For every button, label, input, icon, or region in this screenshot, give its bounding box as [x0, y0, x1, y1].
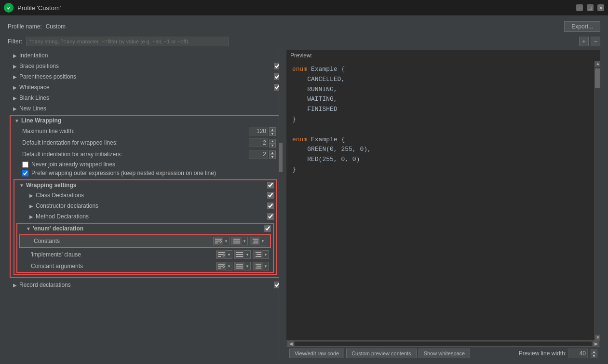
constants-wrap-dropdown[interactable]: ▼: [213, 237, 230, 245]
left-scrollbar[interactable]: [279, 50, 283, 360]
svg-rect-20: [218, 266, 223, 267]
preview-line-width-input[interactable]: [568, 349, 588, 358]
align-icon: [235, 250, 244, 259]
filter-remove-icon[interactable]: −: [591, 37, 600, 46]
chevron-right-icon: ▶: [28, 213, 35, 220]
minimize-btn[interactable]: ─: [576, 4, 583, 11]
wrapping-settings-check[interactable]: [267, 182, 274, 189]
filter-add-icon[interactable]: +: [579, 37, 589, 46]
impl-indent-arrow[interactable]: ▼: [263, 250, 269, 259]
implements-align-dropdown[interactable]: ▼: [234, 250, 251, 259]
chevron-right-icon: ▶: [12, 84, 18, 91]
svg-rect-8: [254, 241, 258, 242]
svg-rect-2: [215, 241, 220, 242]
array-indent-up[interactable]: ▲: [269, 150, 276, 155]
array-indent-down[interactable]: ▼: [269, 155, 276, 159]
preview-width-down[interactable]: ▼: [591, 354, 597, 358]
left-scroll-area[interactable]: ▶ Indentation ▶ Brace positions ▶ Parent…: [8, 50, 283, 360]
window-controls[interactable]: ─ □ ✕: [576, 4, 604, 11]
svg-rect-15: [236, 256, 243, 257]
constant-args-label: Constant arguments: [31, 263, 216, 270]
impl-wrap-arrow[interactable]: ▼: [226, 250, 232, 259]
sidebar-item-new-lines[interactable]: ▶ New Lines: [8, 103, 283, 114]
method-declarations-check[interactable]: [267, 213, 274, 220]
constructor-declarations-check[interactable]: [267, 202, 274, 209]
constructor-declarations-item[interactable]: ▶ Constructor declarations: [14, 201, 276, 211]
svg-rect-1: [215, 239, 222, 240]
wrapping-settings-header[interactable]: ▼ Wrapping settings: [14, 180, 276, 190]
sidebar-item-whitespace[interactable]: ▶ Whitespace: [8, 82, 283, 93]
line-wrapping-header[interactable]: ▼ Line Wrapping: [11, 116, 280, 125]
const-args-align-dropdown[interactable]: ▼: [234, 262, 251, 270]
ca-indent-arrow[interactable]: ▼: [263, 262, 269, 270]
sidebar-item-parentheses-positions[interactable]: ▶ Parentheses positions: [8, 71, 283, 82]
class-declarations-check[interactable]: [267, 192, 274, 199]
constants-align-dropdown[interactable]: ▼: [231, 237, 248, 245]
default-indent-down[interactable]: ▼: [269, 143, 276, 148]
array-indent-input[interactable]: [249, 150, 268, 159]
enum-declaration-header[interactable]: ▼ 'enum' declaration: [17, 224, 273, 233]
svg-rect-13: [236, 252, 243, 253]
indent-dropdown-arrow[interactable]: ▼: [260, 237, 266, 245]
wrap-dropdown-arrow[interactable]: ▼: [223, 237, 229, 245]
right-scrollbar[interactable]: ▲ ▼: [594, 61, 600, 340]
constants-indent-dropdown[interactable]: ▼: [250, 237, 266, 245]
implements-wrap-dropdown[interactable]: ▼: [216, 250, 232, 259]
ca-align-arrow[interactable]: ▼: [244, 262, 250, 270]
whitespace-label: Whitespace: [19, 84, 272, 91]
array-indent-spinner[interactable]: ▲ ▼: [269, 150, 276, 158]
svg-point-0: [6, 5, 12, 11]
default-indent-input[interactable]: [249, 138, 268, 147]
implements-indent-dropdown[interactable]: ▼: [253, 250, 269, 259]
view-raw-button[interactable]: View/edit raw code: [289, 349, 344, 358]
export-button[interactable]: Export...: [564, 21, 600, 32]
const-args-wrap-dropdown[interactable]: ▼: [216, 262, 232, 270]
prefer-wrap-check[interactable]: [22, 170, 28, 176]
class-declarations-label: Class Declarations: [36, 192, 265, 199]
align-icon: [235, 262, 244, 270]
custom-preview-button[interactable]: Custom preview contents: [346, 349, 417, 358]
filter-row: Filter: + −: [8, 37, 600, 46]
class-declarations-item[interactable]: ▶ Class Declarations: [14, 190, 276, 201]
max-width-spinner[interactable]: ▲ ▼: [269, 127, 276, 135]
svg-rect-25: [256, 264, 261, 265]
max-width-down[interactable]: ▼: [269, 132, 276, 136]
show-whitespace-button[interactable]: Show whitespace: [419, 349, 471, 358]
never-join-label: Never join already wrapped lines: [31, 161, 115, 168]
preview-width-up[interactable]: ▲: [591, 350, 597, 354]
never-join-check[interactable]: [22, 162, 28, 168]
code-line-1: enum Example {: [292, 65, 589, 75]
record-declarations-label: Record declarations: [19, 282, 272, 288]
max-width-input[interactable]: 120: [249, 127, 268, 135]
method-declarations-item[interactable]: ▶ Method Declarations: [14, 211, 276, 222]
code-scroll-area[interactable]: ▲ ▼ enum Example { CANCELLED, RUNNING, W…: [286, 61, 600, 340]
sidebar-item-brace-positions[interactable]: ▶ Brace positions: [8, 61, 283, 71]
hscroll-left-btn[interactable]: ◀: [287, 341, 294, 346]
svg-rect-18: [256, 256, 261, 257]
enum-declaration-check[interactable]: [264, 225, 271, 232]
filter-input[interactable]: [26, 37, 229, 46]
svg-rect-14: [236, 254, 243, 255]
chevron-right-icon: ▶: [12, 73, 18, 80]
ca-wrap-arrow[interactable]: ▼: [226, 262, 232, 270]
impl-align-arrow[interactable]: ▼: [244, 250, 250, 259]
default-indent-up[interactable]: ▲: [269, 139, 276, 143]
close-btn[interactable]: ✕: [597, 4, 604, 11]
scroll-up-btn[interactable]: ▲: [595, 61, 600, 67]
sidebar-item-blank-lines[interactable]: ▶ Blank Lines: [8, 93, 283, 103]
align-dropdown-arrow[interactable]: ▼: [242, 237, 247, 245]
default-indent-spinner[interactable]: ▲ ▼: [269, 139, 276, 147]
hscroll-right-btn[interactable]: ▶: [593, 341, 599, 346]
max-width-up[interactable]: ▲: [269, 127, 276, 132]
scroll-thumb[interactable]: [595, 68, 600, 88]
maximize-btn[interactable]: □: [587, 4, 594, 11]
horizontal-scrollbar[interactable]: ◀ ▶: [286, 340, 600, 346]
scroll-down-btn[interactable]: ▼: [595, 335, 600, 340]
left-scroll-thumb[interactable]: [279, 143, 283, 172]
sidebar-item-record-declarations[interactable]: ▶ Record declarations: [8, 280, 283, 290]
align-icon: [232, 237, 242, 245]
sidebar-item-indentation[interactable]: ▶ Indentation: [8, 50, 283, 61]
preview-width-spinner[interactable]: ▲ ▼: [591, 350, 597, 357]
const-args-indent-dropdown[interactable]: ▼: [253, 262, 269, 270]
svg-rect-10: [218, 252, 225, 253]
